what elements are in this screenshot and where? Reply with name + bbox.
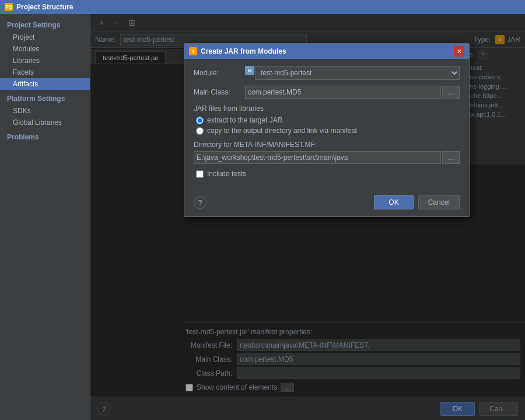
module-row: Module: M test-md5-pertest — [194, 66, 460, 80]
sidebar-item-global-libraries[interactable]: Global Libraries — [0, 117, 90, 128]
include-tests-checkbox[interactable] — [196, 170, 204, 178]
directory-input-wrapper: … — [194, 151, 460, 164]
jar-libs-title: JAR files from libraries — [194, 104, 460, 113]
include-tests-label: Include tests — [207, 170, 246, 178]
radio-extract-input[interactable] — [196, 117, 204, 124]
title-bar-text: Project Structure — [16, 3, 73, 11]
dialog-cancel-button[interactable]: Cancel — [418, 195, 460, 209]
radio-extract-option: extract to the target JAR — [194, 116, 460, 124]
directory-label: Directory for META-INF/MANIFEST.MF: — [194, 141, 317, 149]
title-bar: PS Project Structure — [0, 0, 525, 14]
radio-copy-input[interactable] — [196, 127, 204, 135]
sidebar-item-artifacts[interactable]: Artifacts — [0, 78, 90, 90]
platform-settings-header: Platform Settings — [0, 90, 90, 105]
dialog-ok-button[interactable]: OK — [374, 195, 413, 209]
module-label: Module: — [194, 69, 240, 77]
sidebar-item-sdks[interactable]: SDKs — [0, 105, 90, 117]
sidebar: Project Settings Project Modules Librari… — [0, 14, 90, 420]
dialog-main-class-input[interactable] — [245, 86, 441, 99]
dialog-main-class-input-wrapper: … — [245, 86, 460, 99]
module-select-icon: M — [245, 66, 254, 75]
dialog-body: Module: M test-md5-pertest Main Class: — [184, 59, 469, 191]
dialog-close-button[interactable]: ✕ — [454, 46, 464, 57]
directory-input[interactable] — [194, 151, 441, 164]
dialog-titlebar: J Create JAR from Modules ✕ — [184, 44, 469, 59]
dialog-main-class-label: Main Class: — [194, 88, 240, 96]
sidebar-item-facets[interactable]: Facets — [0, 66, 90, 78]
dialog-title-icon: J — [189, 47, 197, 55]
content-area: + − ⊞ Name: Type: J JAR Available Elemen… — [90, 14, 525, 420]
dialog-main-class-row: Main Class: … — [194, 86, 460, 99]
dialog-main-class-browse-btn[interactable]: … — [442, 86, 460, 99]
radio-copy-option: copy to the output directory and link vi… — [194, 127, 460, 135]
sidebar-item-modules[interactable]: Modules — [0, 43, 90, 55]
radio-copy-label: copy to the output directory and link vi… — [207, 127, 357, 135]
dialog-help-icon[interactable]: ? — [194, 196, 206, 209]
dialog-title-text: Create JAR from Modules — [201, 47, 286, 55]
module-select-wrapper: M test-md5-pertest — [245, 66, 460, 80]
project-settings-header: Project Settings — [0, 19, 90, 32]
directory-row: Directory for META-INF/MANIFEST.MF: … — [194, 141, 460, 164]
dialog-footer: ? OK Cancel — [184, 191, 469, 216]
create-jar-dialog: J Create JAR from Modules ✕ Module: M te… — [184, 43, 470, 217]
main-layout: Project Settings Project Modules Librari… — [0, 14, 525, 420]
dialog-overlay: J Create JAR from Modules ✕ Module: M te… — [90, 14, 525, 420]
radio-extract-label: extract to the target JAR — [207, 116, 282, 124]
sidebar-item-project[interactable]: Project — [0, 32, 90, 43]
problems-header: Problems — [0, 128, 90, 144]
directory-browse-btn[interactable]: … — [442, 151, 460, 164]
jar-libs-section: JAR files from libraries extract to the … — [194, 104, 460, 135]
sidebar-item-libraries[interactable]: Libraries — [0, 55, 90, 66]
module-select[interactable]: test-md5-pertest — [256, 66, 460, 80]
app-icon: PS — [5, 3, 13, 11]
include-tests-row: Include tests — [194, 170, 460, 178]
